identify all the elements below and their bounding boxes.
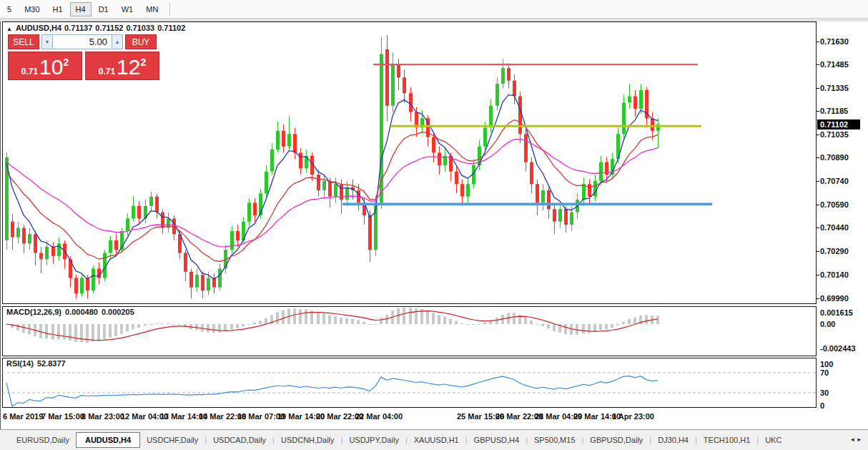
price-tick-label: 0.70740 (820, 177, 849, 186)
sell-button[interactable]: SELL (8, 34, 39, 49)
ohlc-open: 0.71137 (64, 24, 92, 32)
tab-scroll-right-icon[interactable]: ▸ (857, 436, 864, 443)
tab-sp500-m15[interactable]: SP500,M15 (528, 433, 581, 447)
tab-gbpusd-daily[interactable]: GBPUSD,Daily (583, 433, 649, 447)
price-tick (817, 228, 819, 228)
tab-audusd-h4[interactable]: AUDUSD,H4 (76, 432, 140, 448)
macd-axis-label: -0.002443 (820, 344, 856, 353)
buy-price-big: 12 (117, 58, 140, 77)
time-axis-label: 6 Mar 2019 (3, 412, 43, 421)
macd-value-main: 0.000480 (65, 308, 98, 316)
macd-label: MACD(12,26,9)0.0004800.000205 (6, 308, 138, 316)
timeframe-button-MN[interactable]: MN (140, 2, 164, 16)
macd-name: MACD(12,26,9) (6, 308, 61, 316)
macd-axis-label: 0.001615 (820, 308, 853, 317)
chart-window: ▲AUDUSD,H40.711370.711520.710330.71102 S… (0, 21, 868, 429)
price-tick-label: 0.70440 (820, 223, 849, 233)
price-tick (817, 64, 819, 65)
price-tick-label: 0.69990 (820, 294, 849, 303)
price-tick-label: 0.70890 (820, 153, 849, 162)
price-tick-label: 0.70140 (820, 270, 849, 280)
ohlc-high: 0.71152 (95, 24, 123, 32)
price-tick (817, 111, 819, 112)
time-axis-label: 7 Mar 15:00 (41, 412, 84, 421)
symbol-label: AUDUSD,H4 (16, 24, 61, 32)
tab-eurusd-daily[interactable]: EURUSD,Daily (10, 433, 76, 447)
tab-usdcnh-daily[interactable]: USDCNH,Daily (275, 433, 341, 447)
price-tick-label: 0.71035 (820, 130, 849, 140)
current-price-tag: 0.71102 (817, 119, 860, 129)
sell-price-big: 10 (39, 58, 63, 77)
tab-xauusd-h1[interactable]: XAUUSD,H1 (408, 433, 465, 447)
sell-price-sup: 2 (63, 57, 69, 68)
collapse-icon[interactable]: ▲ (6, 26, 12, 32)
buy-price-prefix: 0.71 (99, 67, 115, 77)
macd-axis-label: 0.00 (820, 320, 835, 328)
buy-price-sup: 2 (140, 57, 146, 68)
timeframe-button-M30[interactable]: M30 (19, 2, 45, 16)
price-tick (817, 205, 819, 205)
volume-increase-icon[interactable]: ▲ (112, 34, 123, 49)
price-tick (817, 251, 819, 252)
tab-usdchf-daily[interactable]: USDCHF,Daily (140, 433, 204, 447)
tab-scroll-arrows: ◂▸ (851, 436, 864, 443)
tab-usdjpy-daily[interactable]: USDJPY,Daily (342, 433, 405, 447)
volume-field[interactable]: 5.00 (53, 34, 112, 49)
timeframe-toolbar: 5M30H1H4D1W1MN (0, 0, 868, 19)
buy-button[interactable]: BUY (125, 34, 157, 49)
tab-ukc[interactable]: UKC (759, 433, 788, 447)
price-tick-label: 0.70290 (820, 247, 849, 256)
rsi-panel[interactable] (2, 358, 817, 408)
timeframe-button-5[interactable]: 5 (1, 2, 17, 16)
price-tick (817, 134, 819, 135)
timeframe-button-D1[interactable]: D1 (93, 2, 114, 16)
sell-price-prefix: 0.71 (21, 67, 38, 77)
sell-price-box[interactable]: 0.71 10 2 (8, 52, 82, 80)
price-tick-label: 0.71185 (820, 107, 848, 116)
tab-gbpusd-h4[interactable]: GBPUSD,H4 (468, 433, 526, 447)
macd-value-signal: 0.000205 (102, 308, 134, 316)
tab-usdcad-daily[interactable]: USDCAD,Daily (207, 433, 272, 447)
rsi-axis-label: 70 (820, 368, 829, 377)
time-axis-label: 8 Mar 23:00 (82, 412, 124, 421)
price-tick (817, 181, 819, 182)
timeframe-button-H1[interactable]: H1 (47, 2, 69, 16)
rsi-value: 52.8377 (37, 359, 66, 368)
price-tick-label: 0.71335 (820, 84, 849, 93)
price-tick (817, 298, 819, 299)
rsi-axis-label: 0 (820, 401, 824, 410)
price-tick-label: 0.70590 (820, 200, 849, 210)
ohlc-low: 0.71033 (126, 24, 154, 32)
volume-stepper: ▼ 5.00 ▲ (41, 34, 123, 49)
tab-tech100-h1[interactable]: TECH100,H1 (697, 433, 756, 447)
tab-dj30-h4[interactable]: DJ30,H4 (651, 433, 695, 447)
chart-tab-bar: EURUSD,DailyAUDUSD,H4USDCHF,Daily|USDCAD… (0, 429, 868, 450)
one-click-trading-panel: SELL ▼ 5.00 ▲ BUY 0.71 10 2 0.71 12 2 (8, 34, 159, 80)
toolbar-divider (169, 3, 170, 16)
rsi-label: RSI(14)52.8377 (6, 359, 69, 368)
rsi-axis-label: 30 (820, 388, 829, 397)
rsi-name: RSI(14) (6, 359, 34, 368)
price-tick-label: 0.71630 (820, 37, 849, 47)
ohlc-close: 0.71102 (157, 24, 185, 32)
buy-price-box[interactable]: 0.71 12 2 (85, 52, 159, 80)
price-tick (817, 157, 819, 158)
price-tick (817, 41, 819, 42)
price-tick (817, 275, 819, 275)
price-tick (817, 88, 819, 89)
price-tick-label: 0.71485 (820, 60, 849, 69)
volume-decrease-icon[interactable]: ▼ (41, 34, 53, 49)
time-axis-label: 22 Mar 04:00 (355, 412, 403, 421)
chart-title: ▲AUDUSD,H40.711370.711520.710330.71102 (6, 24, 188, 32)
time-axis-label: 1 Apr 23:00 (612, 412, 654, 421)
rsi-axis-label: 100 (820, 360, 833, 368)
timeframe-button-H4[interactable]: H4 (70, 2, 92, 16)
timeframe-button-W1[interactable]: W1 (116, 2, 139, 16)
trading-terminal: 5M30H1H4D1W1MN ▲AUDUSD,H40.711370.711520… (0, 0, 868, 450)
